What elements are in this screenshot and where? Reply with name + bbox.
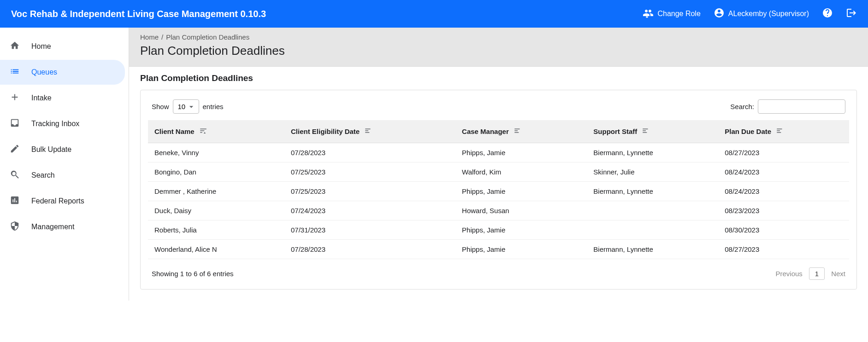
sidebar-item-management[interactable]: Management bbox=[0, 214, 125, 239]
table-cell: 07/25/2023 bbox=[284, 162, 455, 182]
user-display: ALeckemby (Supervisor) bbox=[728, 10, 809, 18]
table-cell: Phipps, Jamie bbox=[455, 220, 587, 240]
sidebar-item-search[interactable]: Search bbox=[0, 163, 125, 188]
table-row[interactable]: Roberts, Julia07/31/2023Phipps, Jamie08/… bbox=[148, 220, 849, 240]
breadcrumb-bar: Home / Plan Completion Deadlines Plan Co… bbox=[129, 28, 868, 67]
table-row[interactable]: Bongino, Dan07/25/2023Walford, KimSkinne… bbox=[148, 162, 849, 182]
logout-button[interactable] bbox=[846, 7, 857, 20]
shield-icon bbox=[9, 221, 20, 233]
help-icon bbox=[822, 7, 833, 20]
table-cell: Walford, Kim bbox=[455, 162, 587, 182]
table-cell: Wonderland, Alice N bbox=[148, 240, 284, 259]
breadcrumb-current: Plan Completion Deadlines bbox=[166, 33, 249, 41]
table-cell: Biermann, Lynnette bbox=[587, 182, 718, 201]
deadlines-table: Client Name Client Eligibility Date bbox=[148, 120, 849, 259]
sidebar-item-bulk-update[interactable]: Bulk Update bbox=[0, 137, 125, 162]
table-cell: 07/31/2023 bbox=[284, 220, 455, 240]
sidebar: Home Queues Intake Tracking Inbox Bulk U… bbox=[0, 28, 129, 301]
breadcrumb-separator: / bbox=[161, 33, 163, 41]
table-cell: 08/30/2023 bbox=[718, 220, 849, 240]
breadcrumb: Home / Plan Completion Deadlines bbox=[140, 33, 857, 41]
change-role-button[interactable]: Change Role bbox=[643, 7, 700, 20]
col-support-staff[interactable]: Support Staff bbox=[587, 120, 718, 143]
col-plan-due-date[interactable]: Plan Due Date bbox=[718, 120, 849, 143]
table-cell: 08/24/2023 bbox=[718, 162, 849, 182]
sidebar-item-home[interactable]: Home bbox=[0, 34, 125, 59]
search-label: Search: bbox=[730, 103, 754, 110]
table-cell: Skinner, Julie bbox=[587, 162, 718, 182]
sidebar-item-label: Home bbox=[31, 42, 51, 51]
sidebar-item-label: Federal Reports bbox=[31, 197, 84, 205]
header-actions: Change Role ALeckemby (Supervisor) bbox=[643, 7, 857, 20]
sidebar-item-queues[interactable]: Queues bbox=[0, 60, 125, 85]
table-cell: Phipps, Jamie bbox=[455, 143, 587, 162]
table-cell: Phipps, Jamie bbox=[455, 182, 587, 201]
app-header: Voc Rehab & Independent Living Case Mana… bbox=[0, 0, 868, 28]
col-case-manager[interactable]: Case Manager bbox=[455, 120, 587, 143]
col-eligibility-date[interactable]: Client Eligibility Date bbox=[284, 120, 455, 143]
table-cell: Biermann, Lynnette bbox=[587, 240, 718, 259]
table-cell: 08/27/2023 bbox=[718, 143, 849, 162]
sort-icon bbox=[776, 127, 784, 136]
show-label-pre: Show bbox=[152, 103, 169, 110]
app-title: Voc Rehab & Independent Living Case Mana… bbox=[11, 9, 266, 19]
page-title: Plan Completion Deadlines bbox=[140, 44, 857, 58]
table-body: Beneke, Vinny07/28/2023Phipps, JamieBier… bbox=[148, 143, 849, 259]
table-cell: 07/25/2023 bbox=[284, 182, 455, 201]
table-row[interactable]: Demmer , Katherine07/25/2023Phipps, Jami… bbox=[148, 182, 849, 201]
panel-title: Plan Completion Deadlines bbox=[129, 67, 868, 90]
table-row[interactable]: Beneke, Vinny07/28/2023Phipps, JamieBier… bbox=[148, 143, 849, 162]
table-cell: Howard, Susan bbox=[455, 201, 587, 220]
table-cell: Demmer , Katherine bbox=[148, 182, 284, 201]
inbox-icon bbox=[9, 118, 20, 130]
show-label-post: entries bbox=[203, 103, 224, 110]
col-client-name[interactable]: Client Name bbox=[148, 120, 284, 143]
table-row[interactable]: Wonderland, Alice N07/28/2023Phipps, Jam… bbox=[148, 240, 849, 259]
sidebar-item-label: Bulk Update bbox=[31, 145, 71, 154]
table-cell: Bongino, Dan bbox=[148, 162, 284, 182]
table-cell: Beneke, Vinny bbox=[148, 143, 284, 162]
sidebar-item-label: Management bbox=[31, 223, 74, 231]
table-cell: 08/23/2023 bbox=[718, 201, 849, 220]
logout-icon bbox=[846, 7, 857, 20]
table-top-controls: Show 10 entries Search: bbox=[148, 99, 849, 114]
help-button[interactable] bbox=[822, 7, 833, 20]
entries-select[interactable]: 10 bbox=[173, 99, 199, 114]
bar-chart-icon bbox=[9, 195, 20, 207]
search-input[interactable] bbox=[758, 99, 845, 114]
table-cell: 07/28/2023 bbox=[284, 240, 455, 259]
account-icon bbox=[714, 7, 725, 20]
table-cell: 08/24/2023 bbox=[718, 182, 849, 201]
plus-icon bbox=[9, 92, 20, 104]
search-control: Search: bbox=[730, 99, 845, 114]
table-cell: Phipps, Jamie bbox=[455, 240, 587, 259]
sidebar-item-label: Intake bbox=[31, 94, 52, 102]
data-card: Show 10 entries Search: bbox=[140, 90, 857, 290]
change-role-label: Change Role bbox=[657, 10, 700, 18]
panel: Plan Completion Deadlines Show 10 entrie… bbox=[129, 67, 868, 290]
table-cell: 07/28/2023 bbox=[284, 143, 455, 162]
pager: Previous 1 Next bbox=[775, 267, 845, 280]
people-icon bbox=[643, 7, 654, 20]
table-cell bbox=[587, 201, 718, 220]
table-cell: Biermann, Lynnette bbox=[587, 143, 718, 162]
user-menu[interactable]: ALeckemby (Supervisor) bbox=[714, 7, 809, 20]
sidebar-item-tracking-inbox[interactable]: Tracking Inbox bbox=[0, 111, 125, 136]
sort-icon bbox=[642, 127, 650, 136]
table-cell: 08/27/2023 bbox=[718, 240, 849, 259]
page-number[interactable]: 1 bbox=[809, 267, 825, 280]
main-layout: Home Queues Intake Tracking Inbox Bulk U… bbox=[0, 28, 868, 301]
table-row[interactable]: Duck, Daisy07/24/2023Howard, Susan08/23/… bbox=[148, 201, 849, 220]
sort-icon bbox=[514, 127, 522, 136]
breadcrumb-home-link[interactable]: Home bbox=[140, 33, 159, 41]
sidebar-item-label: Search bbox=[31, 171, 55, 180]
next-button[interactable]: Next bbox=[831, 270, 845, 278]
sidebar-item-intake[interactable]: Intake bbox=[0, 86, 125, 110]
home-icon bbox=[9, 41, 20, 52]
table-header-row: Client Name Client Eligibility Date bbox=[148, 120, 849, 143]
table-info: Showing 1 to 6 of 6 entries bbox=[152, 270, 234, 278]
table-bottom-controls: Showing 1 to 6 of 6 entries Previous 1 N… bbox=[148, 267, 849, 280]
prev-button[interactable]: Previous bbox=[775, 270, 802, 278]
sidebar-item-federal-reports[interactable]: Federal Reports bbox=[0, 189, 125, 214]
list-icon bbox=[9, 66, 20, 78]
